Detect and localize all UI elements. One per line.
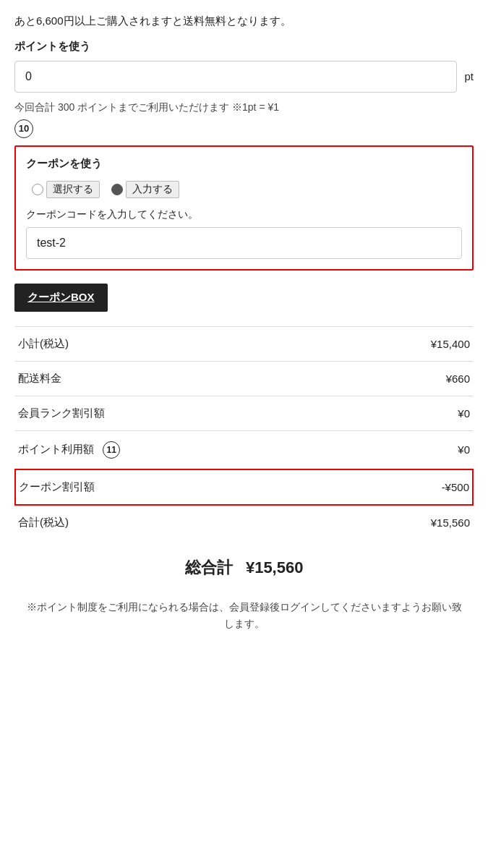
price-label-shipping: 配送料金: [15, 361, 338, 396]
coupon-code-input[interactable]: [26, 227, 462, 259]
point-input[interactable]: [14, 61, 457, 93]
radio-circle-input: [111, 184, 123, 195]
point-unit: pt: [464, 70, 474, 82]
grand-total-section: 総合計 ¥15,560: [14, 557, 474, 579]
price-row-subtotal: 小計(税込) ¥15,400: [15, 326, 473, 361]
price-row-coupon: クーポン割引額 -¥500: [15, 469, 473, 505]
coupon-box-button[interactable]: クーポンBOX: [14, 284, 108, 312]
point-row: pt: [14, 61, 474, 93]
price-label-member: 会員ランク割引額: [15, 396, 338, 430]
price-row-member: 会員ランク割引額 ¥0: [15, 396, 473, 430]
coupon-title: クーポンを使う: [26, 157, 462, 171]
price-label-subtotal: 小計(税込): [15, 326, 338, 361]
point-section-label: ポイントを使う: [14, 40, 474, 54]
radio-option-input[interactable]: 入力する: [106, 178, 185, 201]
price-row-total: 合計(税込) ¥15,560: [15, 505, 473, 540]
top-notice: あと6,600円以上ご購入されますと送料無料となります。: [14, 13, 474, 30]
price-table: 小計(税込) ¥15,400 配送料金 ¥660 会員ランク割引額 ¥0 ポイン…: [14, 326, 474, 540]
circle-num-10: 10: [14, 119, 33, 138]
radio-row: 選択する 入力する: [26, 178, 462, 201]
price-value-coupon: -¥500: [338, 469, 473, 505]
price-row-shipping: 配送料金 ¥660: [15, 361, 473, 396]
price-label-coupon: クーポン割引額: [15, 469, 338, 505]
radio-label-select: 選択する: [46, 181, 100, 198]
coupon-input-label: クーポンコードを入力してください。: [26, 208, 462, 221]
price-value-member: ¥0: [338, 396, 473, 430]
price-row-point: ポイント利用額 11 ¥0: [15, 430, 473, 469]
radio-label-input: 入力する: [126, 181, 179, 198]
footer-note: ※ポイント制度をご利用になられる場合は、会員登録後ログインしてくださいますようお…: [14, 599, 474, 634]
grand-total-label: 総合計 ¥15,560: [185, 558, 304, 576]
price-label-total: 合計(税込): [15, 505, 338, 540]
price-value-point: ¥0: [338, 430, 473, 469]
point-note: 今回合計 300 ポイントまでご利用いただけます ※1pt = ¥1: [14, 100, 474, 115]
price-value-shipping: ¥660: [338, 361, 473, 396]
coupon-section: クーポンを使う 選択する 入力する クーポンコードを入力してください。: [14, 145, 474, 271]
price-value-total: ¥15,560: [338, 505, 473, 540]
page-container: あと6,600円以上ご購入されますと送料無料となります。 ポイントを使う pt …: [0, 0, 488, 662]
radio-circle-select: [32, 184, 43, 195]
price-label-point: ポイント利用額 11: [15, 430, 338, 469]
circle-num-11: 11: [103, 441, 120, 459]
price-value-subtotal: ¥15,400: [338, 326, 473, 361]
radio-option-select[interactable]: 選択する: [26, 178, 106, 201]
